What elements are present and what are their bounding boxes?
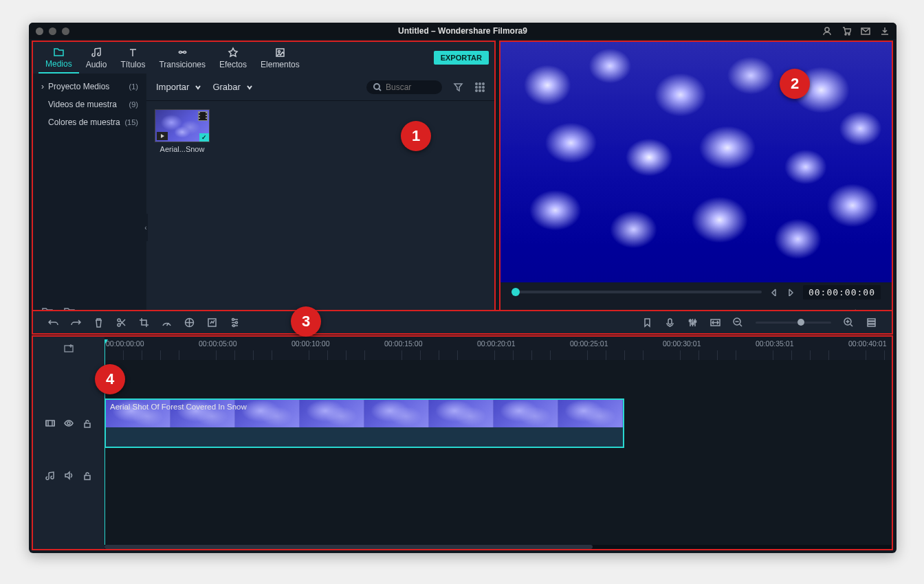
annotation-region-2: 00:00:00:00 (499, 41, 893, 328)
media-thumbnail[interactable]: ✓ Aerial...Snow (155, 109, 210, 153)
delete-button[interactable] (94, 317, 104, 328)
crop-button[interactable] (139, 317, 149, 328)
fit-button[interactable] (710, 317, 720, 328)
svg-point-13 (476, 90, 477, 91)
zoom-in-button[interactable] (844, 317, 854, 328)
svg-point-5 (278, 50, 280, 52)
thumbnail-label: Aerial...Snow (155, 145, 210, 153)
track-display-button[interactable] (866, 317, 877, 328)
main-tabs: Medios Audio Títulos Transiciones Efecto… (33, 42, 494, 74)
annotation-badge-4: 4 (95, 364, 125, 394)
app-window: Untitled – Wondershare Filmora9 Medios A… (29, 23, 896, 553)
zoom-out-button[interactable] (733, 317, 743, 328)
annotation-badge-3: 3 (291, 306, 321, 337)
chevron-down-icon (246, 84, 253, 91)
undo-button[interactable] (48, 317, 58, 328)
lock-toggle[interactable] (82, 418, 92, 428)
mail-icon[interactable] (861, 26, 870, 36)
svg-point-11 (479, 87, 481, 88)
sidebar-collapse-handle[interactable] (144, 214, 148, 241)
timeline-ruler[interactable]: 00:00:00:0000:00:05:0000:00:10:0000:00:1… (104, 337, 892, 360)
annotation-badge-1: 1 (401, 121, 431, 151)
grid-view-icon[interactable] (474, 82, 485, 92)
mute-toggle[interactable] (64, 471, 74, 480)
svg-point-12 (483, 87, 484, 88)
audio-track-head (33, 449, 104, 502)
svg-point-1 (845, 34, 846, 35)
audio-track-icon (45, 471, 55, 480)
svg-point-8 (479, 83, 481, 85)
add-track-icon[interactable] (63, 343, 74, 354)
chevron-down-icon (195, 84, 201, 91)
preview-timecode: 00:00:00:00 (803, 285, 881, 300)
green-screen-button[interactable] (207, 317, 217, 328)
redo-button[interactable] (71, 317, 81, 328)
video-type-badge-icon (198, 111, 208, 121)
mark-in-icon[interactable] (770, 288, 778, 296)
tab-titulos[interactable]: Títulos (113, 42, 152, 74)
audio-track-row[interactable] (104, 449, 892, 491)
text-icon (127, 47, 139, 58)
clip-label: Aerial Shot Of Forest Covered In Snow (110, 403, 247, 411)
annotation-region-4: 00:00:00:0000:00:05:0000:00:10:0000:00:1… (32, 335, 893, 550)
split-button[interactable] (116, 317, 126, 328)
visibility-toggle[interactable] (64, 418, 74, 428)
svg-point-6 (374, 84, 380, 89)
search-icon (373, 83, 382, 91)
tab-transiciones[interactable]: Transiciones (152, 42, 212, 74)
tab-medios[interactable]: Medios (38, 42, 79, 74)
preview-scrubber[interactable] (512, 291, 762, 293)
export-button[interactable]: EXPORTAR (434, 51, 489, 65)
user-icon[interactable] (822, 26, 832, 36)
timeline-scrollbar[interactable] (104, 545, 892, 549)
svg-point-7 (476, 83, 477, 85)
music-icon (91, 47, 102, 58)
marker-button[interactable] (642, 317, 652, 328)
svg-point-25 (232, 318, 234, 320)
sidebar-item-proyecto[interactable]: ›Proyecto Medios(1) (33, 78, 146, 96)
search-input[interactable] (386, 82, 434, 92)
record-dropdown[interactable]: Grabar (212, 82, 252, 92)
elements-icon (274, 47, 286, 58)
svg-point-27 (233, 324, 235, 326)
svg-rect-35 (868, 319, 875, 321)
play-badge-icon (157, 132, 168, 140)
window-title: Untitled – Wondershare Filmora9 (29, 26, 896, 36)
adjust-button[interactable] (230, 317, 240, 328)
svg-point-9 (483, 83, 484, 85)
svg-point-14 (479, 90, 481, 91)
mixer-button[interactable] (688, 317, 698, 328)
sidebar-item-videos[interactable]: Videos de muestra(9) (33, 96, 146, 113)
cart-icon[interactable] (842, 26, 851, 36)
import-dropdown[interactable]: Importar (156, 82, 201, 92)
transitions-icon (177, 47, 188, 58)
svg-point-0 (825, 27, 829, 32)
search-box[interactable] (366, 80, 442, 94)
color-button[interactable] (184, 317, 195, 328)
svg-rect-38 (65, 346, 73, 352)
tab-efectos[interactable]: Efectos (212, 42, 254, 74)
voiceover-button[interactable] (665, 317, 675, 328)
preview-canvas[interactable] (500, 42, 892, 282)
zoom-slider[interactable] (756, 322, 831, 324)
download-icon[interactable] (880, 26, 890, 36)
svg-rect-39 (46, 420, 54, 426)
tab-audio[interactable]: Audio (79, 42, 114, 74)
used-check-icon: ✓ (199, 133, 209, 142)
mark-out-icon[interactable] (786, 288, 795, 296)
svg-point-15 (483, 90, 484, 91)
video-track-row[interactable]: Aerial Shot Of Forest Covered In Snow (104, 397, 892, 449)
sidebar-item-colores[interactable]: Colores de muestra(15) (33, 113, 146, 131)
timeline-clip[interactable]: Aerial Shot Of Forest Covered In Snow (104, 398, 624, 448)
video-track-icon (45, 418, 55, 428)
tab-elementos[interactable]: Elementos (254, 42, 307, 74)
svg-point-21 (118, 319, 120, 322)
speed-button[interactable] (162, 317, 172, 328)
media-toolbar: Importar Grabar (146, 74, 494, 101)
track-row-blank[interactable] (104, 360, 892, 397)
annotation-region-1: Medios Audio Títulos Transiciones Efecto… (32, 41, 496, 328)
filter-icon[interactable] (453, 82, 463, 92)
annotation-region-3 (32, 310, 893, 335)
lock-toggle[interactable] (82, 471, 92, 480)
svg-rect-36 (868, 322, 875, 324)
